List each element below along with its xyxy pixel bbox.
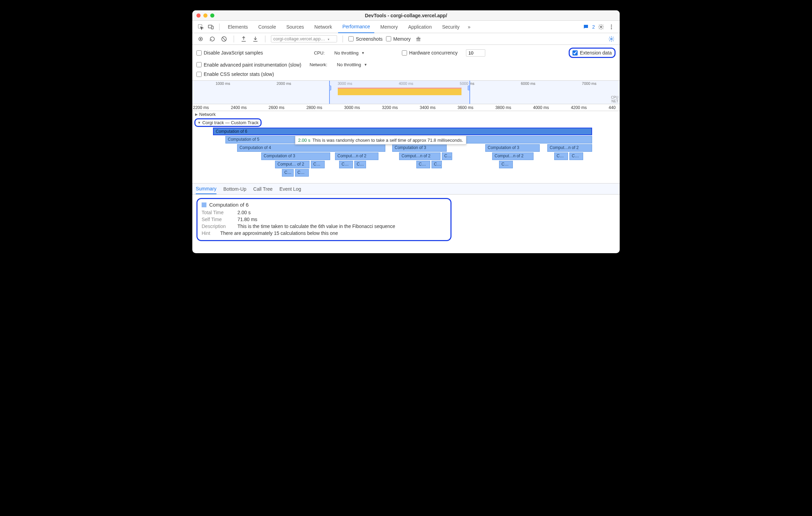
flame-bar[interactable]: C…1 bbox=[416, 161, 430, 168]
tab-bottom-up[interactable]: Bottom-Up bbox=[223, 184, 246, 194]
perf-toolbar: corgi-collage.vercel.app… Screenshots Me… bbox=[192, 33, 620, 45]
divider bbox=[343, 36, 343, 42]
timeline-ruler: 2200 ms2400 ms2600 ms2800 ms3000 ms3200 … bbox=[192, 104, 620, 111]
tracks-panel[interactable]: ▶Network ▼Corgi track — Custom Track Com… bbox=[192, 111, 620, 183]
disable-js-checkbox[interactable]: Disable JavaScript samples bbox=[196, 50, 263, 56]
flame-chart[interactable]: Computation of 6 Computation of 5 Comput… bbox=[192, 128, 620, 179]
window-title: DevTools - corgi-collage.vercel.app/ bbox=[365, 13, 447, 18]
flame-bar[interactable]: Comput… of 2 bbox=[275, 161, 309, 168]
clear-button[interactable] bbox=[220, 35, 228, 43]
extension-data-highlight: Extension data bbox=[569, 48, 616, 58]
tab-summary[interactable]: Summary bbox=[196, 184, 216, 194]
more-tabs-button[interactable]: » bbox=[466, 24, 473, 30]
svg-point-5 bbox=[611, 26, 612, 27]
kebab-menu-icon[interactable] bbox=[607, 23, 616, 31]
divider bbox=[234, 36, 234, 42]
timeline-overview[interactable]: 1000 ms2000 ms3000 ms4000 ms5000 ms6000 … bbox=[192, 81, 620, 104]
reload-record-button[interactable] bbox=[208, 35, 216, 43]
tab-sources[interactable]: Sources bbox=[282, 21, 308, 33]
divider bbox=[265, 36, 265, 42]
network-label: Network: bbox=[309, 62, 327, 67]
svg-point-8 bbox=[200, 38, 202, 40]
summary-title: Computation of 6 bbox=[202, 202, 446, 208]
flame-bar[interactable]: C… bbox=[442, 152, 452, 160]
detail-tabs: Summary Bottom-Up Call Tree Event Log bbox=[192, 183, 620, 195]
download-icon[interactable] bbox=[251, 35, 260, 43]
flame-bar[interactable]: Computation of 3 bbox=[261, 152, 330, 160]
tab-call-tree[interactable]: Call Tree bbox=[253, 184, 273, 194]
custom-track-header[interactable]: ▼Corgi track — Custom Track bbox=[197, 120, 258, 125]
flame-bar[interactable]: Comput…n of 2 bbox=[547, 144, 592, 152]
flame-bar[interactable]: Computation of 3 bbox=[485, 144, 540, 152]
zoom-window-button[interactable] bbox=[210, 13, 214, 18]
svg-point-4 bbox=[611, 24, 612, 26]
traffic-lights bbox=[196, 13, 214, 18]
hardware-concurrency-checkbox[interactable]: Hardware concurrency bbox=[402, 50, 458, 56]
extension-data-checkbox[interactable]: Extension data bbox=[572, 50, 612, 56]
main-tabs: Elements Console Sources Network Perform… bbox=[192, 21, 620, 33]
advanced-paint-checkbox[interactable]: Enable advanced paint instrumentation (s… bbox=[196, 62, 301, 68]
flame-bar[interactable]: Comput…n of 2 bbox=[335, 152, 378, 160]
flame-bar[interactable]: Computation of 6 bbox=[213, 128, 592, 135]
screenshots-checkbox[interactable]: Screenshots bbox=[348, 36, 383, 42]
flame-bar[interactable]: Comput…n of 2 bbox=[399, 152, 440, 160]
css-selector-stats-checkbox[interactable]: Enable CSS selector stats (slow) bbox=[196, 71, 274, 77]
tab-console[interactable]: Console bbox=[254, 21, 280, 33]
devtools-window: DevTools - corgi-collage.vercel.app/ Ele… bbox=[192, 10, 620, 253]
issues-icon[interactable] bbox=[582, 23, 590, 31]
flame-bar[interactable]: Computation of 3 bbox=[392, 144, 447, 152]
summary-panel: Computation of 6 Total Time2.00 s Self T… bbox=[192, 195, 620, 253]
svg-rect-2 bbox=[212, 26, 213, 29]
tab-performance[interactable]: Performance bbox=[338, 21, 374, 33]
summary-highlight: Computation of 6 Total Time2.00 s Self T… bbox=[196, 198, 451, 241]
overview-handle-right[interactable] bbox=[468, 86, 470, 90]
tab-application[interactable]: Application bbox=[404, 21, 436, 33]
summary-swatch bbox=[202, 202, 206, 207]
titlebar: DevTools - corgi-collage.vercel.app/ bbox=[192, 10, 620, 21]
svg-point-10 bbox=[611, 38, 612, 40]
hardware-concurrency-input[interactable] bbox=[466, 49, 485, 57]
flame-bar[interactable]: C… bbox=[432, 161, 442, 168]
profile-dropdown[interactable]: corgi-collage.vercel.app… bbox=[271, 35, 337, 42]
capture-settings-icon[interactable] bbox=[607, 35, 616, 43]
network-throttle-select[interactable]: No throttling▼ bbox=[336, 61, 367, 68]
flame-bar[interactable]: Comput…n of 2 bbox=[492, 152, 534, 160]
flame-bar[interactable]: C…1 bbox=[339, 161, 353, 168]
flame-bar[interactable]: Computation of 4 bbox=[237, 144, 385, 152]
network-track-header[interactable]: ▶Network bbox=[192, 111, 620, 118]
capture-options: Disable JavaScript samples CPU: No throt… bbox=[192, 45, 620, 81]
inspect-icon[interactable] bbox=[196, 23, 205, 31]
upload-icon[interactable] bbox=[240, 35, 248, 43]
flame-bar[interactable]: C…1 bbox=[554, 152, 568, 160]
settings-icon[interactable] bbox=[597, 23, 605, 31]
close-window-button[interactable] bbox=[196, 13, 201, 18]
tab-network[interactable]: Network bbox=[310, 21, 336, 33]
overview-cpu-flame bbox=[338, 88, 462, 95]
cpu-throttle-select[interactable]: No throttling▼ bbox=[333, 50, 365, 56]
minimize-window-button[interactable] bbox=[203, 13, 207, 18]
divider bbox=[219, 23, 220, 30]
cpu-label: CPU: bbox=[314, 50, 325, 56]
record-button[interactable] bbox=[196, 35, 205, 43]
flame-bar[interactable]: C…1 bbox=[499, 161, 513, 168]
overview-handle-left[interactable] bbox=[329, 86, 331, 90]
flame-tooltip: 2.00 sThis is was randomly chosen to tak… bbox=[295, 136, 466, 145]
flame-bar[interactable]: C…0 bbox=[569, 152, 583, 160]
custom-track-highlight: ▼Corgi track — Custom Track bbox=[194, 118, 262, 127]
svg-point-3 bbox=[600, 26, 602, 28]
svg-point-6 bbox=[611, 28, 612, 29]
tab-event-log[interactable]: Event Log bbox=[280, 184, 301, 194]
device-toggle-icon[interactable] bbox=[207, 23, 215, 31]
tab-security[interactable]: Security bbox=[438, 21, 464, 33]
tab-memory[interactable]: Memory bbox=[376, 21, 402, 33]
flame-bar[interactable]: C…1 bbox=[311, 161, 325, 168]
flame-bar[interactable]: C… bbox=[282, 169, 294, 177]
issues-count: 2 bbox=[592, 24, 595, 30]
garbage-collect-icon[interactable] bbox=[414, 35, 423, 43]
memory-checkbox[interactable]: Memory bbox=[386, 36, 411, 42]
flame-bar[interactable]: C… bbox=[354, 161, 366, 168]
tab-elements[interactable]: Elements bbox=[224, 21, 252, 33]
flame-bar[interactable]: C…0 bbox=[295, 169, 309, 177]
overview-row-labels: CPUNET bbox=[611, 96, 618, 103]
